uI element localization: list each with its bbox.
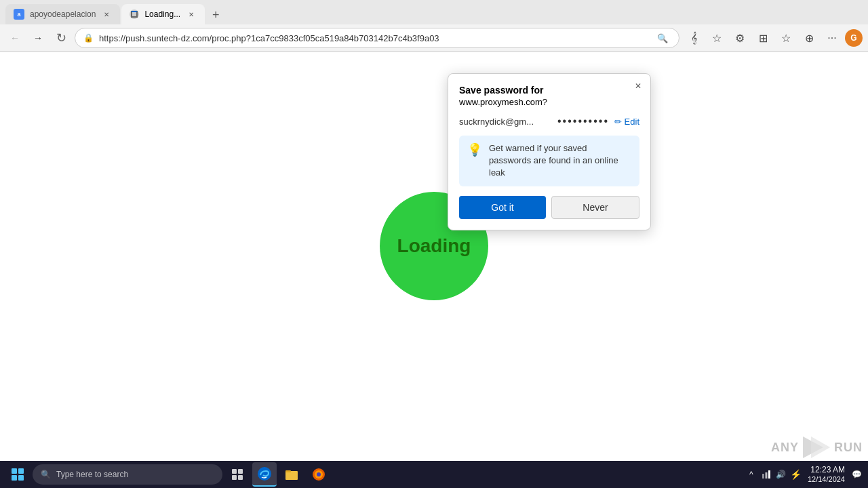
search-placeholder: Type here to search <box>56 470 128 479</box>
edge-icon <box>257 466 272 481</box>
bookmark-icon: ☆ <box>781 32 791 45</box>
extensions-icon: ⚙ <box>735 32 745 45</box>
dialog-title: Save password for <box>459 85 639 96</box>
split-screen-button[interactable]: ⊞ <box>753 28 773 48</box>
browser-favorites-button[interactable]: ☆ <box>776 28 796 48</box>
anyrun-logo-icon <box>803 436 830 458</box>
svg-marker-1 <box>811 436 830 458</box>
svg-rect-5 <box>238 475 243 480</box>
svg-rect-13 <box>765 472 767 479</box>
toolbar-icons: 𝄞 ☆ ⚙ ⊞ ☆ ⊕ ··· G <box>684 28 863 48</box>
dialog-subtitle: www.proxymesh.com? <box>459 97 639 107</box>
taskbar-volume-icon[interactable]: 🔊 <box>775 468 787 481</box>
taskbar: 🔍 Type here to search <box>0 461 868 488</box>
more-icon: ··· <box>827 32 836 44</box>
taskbar-chevron-icon[interactable]: ^ <box>745 468 757 481</box>
taskbar-notification-icon[interactable]: 💬 <box>850 468 863 481</box>
taskbar-right: ^ 🔊 ⚡ 12:23 AM 12/14/2024 💬 <box>745 465 863 484</box>
star-icon: ☆ <box>712 32 722 45</box>
save-password-dialog: ✕ Save password for www.proxymesh.com? s… <box>448 73 651 230</box>
refresh-button[interactable]: ↻ <box>52 28 71 47</box>
page-content: Loading <box>0 52 868 440</box>
address-text: https://push.suntech-dz.com/proc.php?1ca… <box>99 33 649 43</box>
collections-button[interactable]: ⊕ <box>799 28 819 48</box>
profile-avatar[interactable]: G <box>845 29 863 47</box>
svg-rect-8 <box>285 470 291 472</box>
taskbar-task-view[interactable] <box>225 462 250 487</box>
firefox-icon <box>312 468 326 481</box>
edit-credentials-button[interactable]: ✏ Edit <box>614 117 639 127</box>
collections-icon: ⊕ <box>805 32 814 45</box>
lock-icon: 🔒 <box>83 33 94 43</box>
taskbar-edge[interactable] <box>252 462 277 487</box>
loading-label: Loading <box>397 235 471 257</box>
taskbar-system-icons: ^ 🔊 ⚡ <box>745 468 802 481</box>
read-aloud-button[interactable]: 𝄞 <box>684 28 704 48</box>
got-it-button[interactable]: Got it <box>459 196 546 219</box>
anyrun-text: ANY <box>771 441 799 455</box>
windows-icon <box>12 468 24 481</box>
address-bar-row: ← → ↻ 🔒 https://push.suntech-dz.com/proc… <box>0 24 868 52</box>
tab-favicon-1: a <box>14 9 24 20</box>
settings-more-button[interactable]: ··· <box>822 28 842 48</box>
forward-button[interactable]: → <box>28 28 47 47</box>
svg-point-11 <box>317 472 321 476</box>
warning-text: Get warned if your saved passwords are f… <box>489 142 631 180</box>
warning-box: 💡 Get warned if your saved passwords are… <box>459 136 639 186</box>
search-icon: 🔍 <box>41 470 51 479</box>
svg-rect-12 <box>762 474 764 479</box>
taskbar-firefox[interactable] <box>307 462 331 487</box>
address-bar[interactable]: 🔒 https://push.suntech-dz.com/proc.php?1… <box>75 28 679 48</box>
never-button[interactable]: Never <box>551 196 639 219</box>
anyrun-text2: RUN <box>834 441 863 455</box>
tab-bar: a apoyodeapelacion ✕ Loading... ✕ + <box>0 0 868 24</box>
svg-rect-4 <box>232 475 237 480</box>
read-aloud-icon: 𝄞 <box>691 32 697 44</box>
tab-label-1: apoyodeapelacion <box>30 9 96 19</box>
split-icon: ⊞ <box>759 32 768 45</box>
tab-loading[interactable]: Loading... ✕ <box>121 4 205 24</box>
taskbar-network-icon[interactable] <box>760 468 772 481</box>
credential-password: •••••••••• <box>557 115 609 127</box>
tab-favicon-2 <box>130 9 139 19</box>
dialog-credentials: suckrnydick@gm... •••••••••• ✏ Edit <box>459 115 639 127</box>
anyrun-watermark: ANY RUN <box>771 436 863 458</box>
tab-close-1[interactable]: ✕ <box>101 9 112 20</box>
file-explorer-icon <box>285 468 298 481</box>
svg-rect-14 <box>768 470 770 479</box>
tab-close-2[interactable]: ✕ <box>186 9 197 20</box>
new-tab-button[interactable]: + <box>206 5 225 24</box>
taskbar-file-explorer[interactable] <box>279 462 304 487</box>
svg-rect-2 <box>232 469 237 474</box>
add-extensions-button[interactable]: ⚙ <box>730 28 750 48</box>
start-button[interactable] <box>5 462 30 487</box>
dialog-close-button[interactable]: ✕ <box>631 79 645 93</box>
credential-email: suckrnydick@gm... <box>459 117 552 127</box>
tab-label-2: Loading... <box>144 9 180 19</box>
taskbar-clock[interactable]: 12:23 AM 12/14/2024 <box>808 465 845 484</box>
back-button[interactable]: ← <box>5 28 24 47</box>
favorites-button[interactable]: ☆ <box>707 28 727 48</box>
task-view-icon <box>231 468 243 481</box>
tab-apoyodeapelacion[interactable]: a apoyodeapelacion ✕ <box>5 4 120 24</box>
address-search-icon[interactable]: 🔍 <box>654 30 671 46</box>
taskbar-date: 12/14/2024 <box>808 475 845 484</box>
taskbar-search[interactable]: 🔍 Type here to search <box>33 464 222 485</box>
svg-rect-3 <box>238 469 243 474</box>
browser-chrome: a apoyodeapelacion ✕ Loading... ✕ + ← → … <box>0 0 868 52</box>
warning-bulb-icon: 💡 <box>467 142 482 157</box>
svg-point-6 <box>258 467 271 481</box>
taskbar-time: 12:23 AM <box>810 465 845 474</box>
taskbar-battery-icon: ⚡ <box>790 468 802 481</box>
dialog-buttons: Got it Never <box>459 196 639 219</box>
